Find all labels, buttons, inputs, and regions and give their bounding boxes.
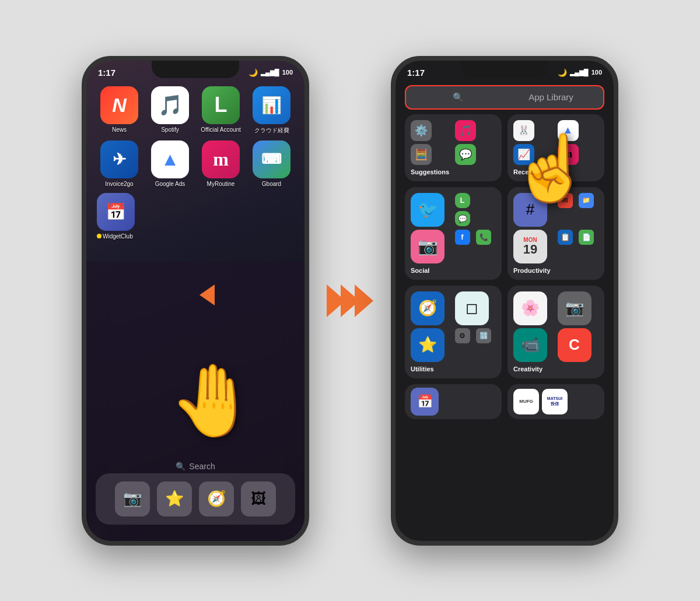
utilities-row2: ⭐ ⚙ 🔢 (411, 328, 496, 362)
blur-overlay: 🤚 🔍 Search 📷 ⭐ 🧭 🖼 (86, 261, 304, 541)
googleads-icon: ▲ (151, 140, 189, 178)
shortcuts-icon[interactable]: ◻ (455, 291, 489, 325)
arrow-chevrons (327, 284, 373, 317)
utilities-creativity-row: 🧭 ◻ ⭐ ⚙ 🔢 Utilities 🌸 (396, 286, 614, 378)
settings-icon[interactable]: ⚙️ (411, 120, 432, 141)
chevron-3 (355, 284, 373, 317)
widgetclub-small: 📅 (411, 388, 496, 416)
dock-compass[interactable]: 🧭 (199, 481, 234, 516)
signal-icon-right: ▂▄▆█ (570, 69, 589, 76)
left-phone-screen: 1:17 🌙 ▂▄▆█ 100 N News (86, 61, 304, 541)
moon-icon-left: 🌙 (249, 68, 258, 77)
app-gboard[interactable]: ⌨ Gboard (249, 140, 294, 187)
appstore-icon[interactable]: ⭐ (411, 328, 444, 362)
vol-down-right (391, 164, 393, 184)
spotify-icon: 🎵 (151, 86, 189, 124)
app-library-search[interactable]: 🔍 App Library (405, 85, 604, 110)
vol-up-right (391, 136, 393, 157)
canva-icon[interactable]: C (558, 328, 592, 362)
productivity-title: Productivity (513, 267, 598, 274)
invoice-label: Invoice2go (105, 181, 133, 187)
bottom-row: 📅 MUFG MATSUI投信 (396, 384, 614, 419)
app-news[interactable]: N News (97, 86, 142, 135)
calendar-icon[interactable]: MON 19 (513, 230, 547, 263)
social-box: 🐦 L 💬 📷 f 📞 Social (405, 187, 502, 280)
app-spotify[interactable]: 🎵 Spotify (148, 86, 192, 135)
tiktok-icon[interactable]: 🎵 (455, 120, 476, 141)
calc-small[interactable]: 🔢 (476, 328, 491, 343)
widgetclub-box: 📅 (405, 384, 502, 419)
dock-appstore[interactable]: ⭐ (157, 481, 192, 516)
settings-small[interactable]: ⚙ (455, 328, 470, 343)
app-grid-left: N News 🎵 Spotify L Official Account (86, 80, 304, 193)
time-right: 1:17 (407, 68, 425, 78)
widgetclub-small-icon[interactable]: 📅 (411, 388, 439, 416)
creativity-apps: 🌸 📷 (513, 291, 598, 325)
gboard-icon: ⌨ (253, 140, 290, 178)
left-arrow-icon (200, 284, 215, 305)
util-mini: ⚙ 🔢 (455, 328, 496, 362)
power-button (307, 177, 309, 209)
dock-camera[interactable]: 📷 (115, 481, 150, 516)
instagram-icon[interactable]: 📷 (411, 230, 444, 263)
social-apps-row2: 📷 f 📞 (411, 230, 496, 263)
battery-right: 100 (592, 69, 602, 76)
camera-icon[interactable]: 📷 (558, 291, 592, 325)
photos-icon[interactable]: 🌸 (513, 291, 547, 325)
time-left: 1:17 (98, 68, 116, 78)
msg-icon[interactable]: 💬 (455, 211, 470, 226)
line-icon[interactable]: L (455, 193, 470, 208)
sheets-icon[interactable]: 📄 (579, 230, 594, 245)
creativity-row2: 📹 C (513, 328, 598, 362)
app-cloud[interactable]: 📊 クラウド経費 (249, 86, 294, 135)
messages-icon[interactable]: 💬 (455, 144, 476, 165)
hand-right: ☝ (511, 131, 591, 206)
matsui-icon[interactable]: MATSUI投信 (542, 389, 568, 414)
left-phone: 1:17 🌙 ▂▄▆█ 100 N News (82, 56, 309, 546)
calc-icon[interactable]: 🧮 (411, 144, 432, 165)
gboard-label: Gboard (262, 181, 281, 187)
app-googleads[interactable]: ▲ Google Ads (148, 140, 192, 187)
utilities-title: Utilities (411, 365, 496, 372)
spotify-label: Spotify (161, 126, 179, 133)
notes-icon[interactable]: 📋 (558, 230, 573, 245)
mufg-icon[interactable]: MUFG (513, 389, 539, 414)
left-arrow-container (200, 284, 214, 305)
app-library-label: App Library (507, 92, 595, 102)
finance-box: MUFG MATSUI投信 (508, 384, 604, 419)
dock: 📷 ⭐ 🧭 🖼 (96, 473, 295, 525)
app-official[interactable]: L Official Account (198, 86, 243, 135)
scene: 1:17 🌙 ▂▄▆█ 100 N News (12, 56, 688, 546)
official-label: Official Account (201, 126, 241, 133)
signal-icon-left: ▂▄▆█ (261, 69, 279, 76)
vol-down (82, 164, 84, 184)
news-label: News (112, 126, 127, 133)
suggestions-box: ⚙️ 🎵 🧮 💬 Suggestions (405, 114, 502, 181)
volume-buttons (82, 136, 84, 184)
invoice-icon: ✈ (100, 140, 138, 178)
app-invoice[interactable]: ✈ Invoice2go (97, 140, 142, 187)
productivity-row2: MON 19 📋 📄 (513, 230, 598, 263)
social-title: Social (411, 267, 496, 274)
right-phone-screen: 1:17 🌙 ▂▄▆█ 100 🔍 App Library ☝ ⚙️ (396, 61, 614, 541)
facebook-icon[interactable]: f (455, 230, 470, 245)
googleads-label: Google Ads (155, 181, 186, 187)
creativity-title: Creativity (513, 365, 598, 372)
search-label: Search (189, 462, 215, 471)
suggestions-apps: ⚙️ 🎵 🧮 💬 (411, 120, 496, 165)
app-myroutine[interactable]: m MyRoutine (198, 140, 243, 187)
finance-apps: MUFG MATSUI投信 (513, 389, 598, 414)
between-arrows (327, 284, 373, 317)
app-widgetclub[interactable]: 📅 WidgetClub (97, 193, 294, 240)
search-bar-left[interactable]: 🔍 Search (86, 462, 304, 471)
phone-icon[interactable]: 📞 (476, 230, 491, 245)
status-bar-left: 1:17 🌙 ▂▄▆█ 100 (86, 61, 304, 80)
search-icon-left: 🔍 (176, 462, 186, 471)
dock-photos[interactable]: 🖼 (241, 481, 276, 516)
safari-icon[interactable]: 🧭 (411, 291, 444, 325)
social-mini-grid: f 📞 (455, 230, 496, 263)
social-apps: 🐦 L 💬 (411, 193, 496, 227)
zoom-icon[interactable]: 📹 (513, 328, 547, 362)
twitter-icon[interactable]: 🐦 (411, 193, 444, 227)
battery-left: 100 (282, 69, 293, 76)
